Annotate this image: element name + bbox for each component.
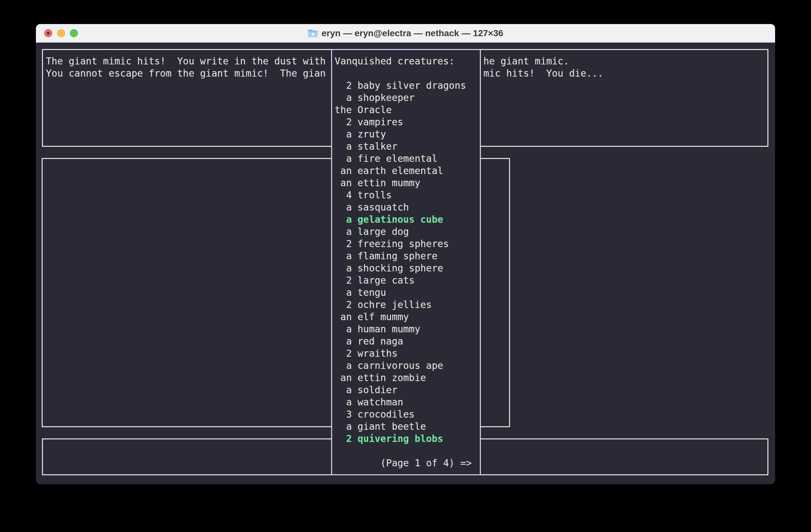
window-title: eryn — eryn@electra — nethack — 127×36 [322,28,503,38]
menu-page-indicator: (Page 1 of 4) => [335,457,480,469]
menu-item: a stalker [335,140,480,153]
terminal-window: eryn — eryn@electra — nethack — 127×36 T… [36,24,775,484]
menu-item: a carnivorous ape [335,360,480,372]
folder-icon [308,29,318,37]
menu-item: 2 vampires [335,116,480,128]
menu-item: a sasquatch [335,201,480,214]
menu-item: an earth elemental [335,165,480,177]
menu-item: a giant beetle [335,421,480,433]
menu-item: an ettin mummy [335,177,480,189]
menu-title: Vanquished creatures: [335,55,480,67]
menu-item-list: 2 baby silver dragons a shopkeeperthe Or… [335,79,480,445]
vanquished-creatures-menu: Vanquished creatures: 2 baby silver drag… [331,49,481,475]
menu-item: 2 freezing spheres [335,238,480,250]
menu-item: a human mummy [335,323,480,335]
menu-item: a red naga [335,335,480,347]
menu-item: the Oracle [335,104,480,116]
close-modified-dot [47,32,50,35]
menu-item: 2 quivering blobs [335,433,480,445]
window-titlebar[interactable]: eryn — eryn@electra — nethack — 127×36 [36,24,775,43]
menu-item: an ettin zombie [335,372,480,384]
menu-item: 3 crocodiles [335,408,480,421]
menu-item: a flaming sphere [335,250,480,262]
menu-item: a zruty [335,128,480,140]
menu-item: a soldier [335,384,480,396]
menu-item: a gelatinous cube [335,214,480,225]
menu-item: 4 trolls [335,189,480,201]
traffic-lights [44,24,78,42]
menu-item: 2 ochre jellies [335,299,480,311]
title-area: eryn — eryn@electra — nethack — 127×36 [308,28,503,38]
close-button[interactable] [44,29,52,37]
menu-item: a large dog [335,225,480,238]
minimize-button[interactable] [57,29,65,37]
message-line1-left: The giant mimic hits! You write in the d… [46,55,326,67]
terminal-screen[interactable]: The giant mimic hits! You write in the d… [36,43,775,484]
zoom-button[interactable] [70,29,78,37]
menu-item: a shopkeeper [335,92,480,104]
message-line1-right: he giant mimic. [484,55,569,67]
menu-item: 2 baby silver dragons [335,79,480,92]
menu-item: a tengu [335,286,480,299]
menu-item: a shocking sphere [335,262,480,274]
menu-item: a fire elemental [335,153,480,165]
menu-item: an elf mummy [335,311,480,323]
message-line2-left: You cannot escape from the giant mimic! … [46,67,326,79]
menu-item: 2 wraiths [335,347,480,360]
message-line2-right: mic hits! You die... [484,67,603,79]
menu-item: 2 large cats [335,274,480,286]
menu-item: a watchman [335,396,480,408]
